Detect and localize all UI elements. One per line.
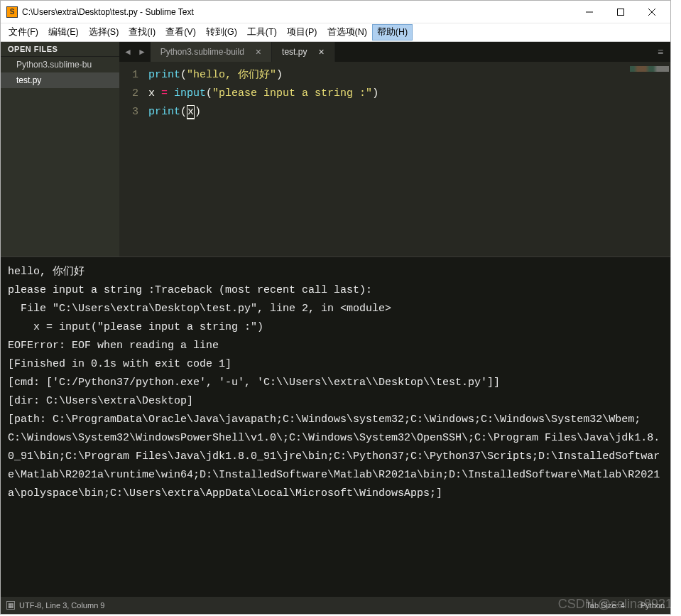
menubar: 文件(F) 编辑(E) 选择(S) 查找(I) 查看(V) 转到(G) 工具(T… — [1, 23, 670, 42]
sidebar: OPEN FILES Python3.sublime-bu test.py — [1, 42, 119, 256]
line-number: 2 — [132, 85, 138, 103]
statusbar: ▦ UTF-8, Line 3, Column 9 Tab Size: 4 Py… — [1, 597, 670, 614]
code-area[interactable]: print("hello, 你们好")x = input("please inp… — [148, 62, 621, 256]
menu-find[interactable]: 查找(I) — [124, 24, 160, 40]
menu-edit[interactable]: 编辑(E) — [43, 24, 84, 40]
maximize-icon — [617, 9, 624, 16]
editor-panel: ◄ ► Python3.sublime-build × test.py × ≡ — [119, 42, 670, 256]
top-panel: OPEN FILES Python3.sublime-bu test.py ◄ … — [1, 42, 670, 256]
code-line: print(x) — [148, 103, 621, 121]
tab-overflow-button[interactable]: ≡ — [650, 42, 670, 62]
tab-test-py[interactable]: test.py × — [272, 42, 335, 62]
status-tabsize[interactable]: Tab Size: 4 — [586, 601, 624, 610]
tab-nav: ◄ ► — [119, 42, 151, 62]
tab-close-icon[interactable]: × — [256, 46, 261, 58]
minimap[interactable] — [621, 62, 670, 256]
build-output-panel[interactable]: hello, 你们好 please input a string :Traceb… — [1, 256, 670, 597]
code-line: print("hello, 你们好") — [148, 66, 621, 85]
tab-build-file[interactable]: Python3.sublime-build × — [151, 42, 272, 62]
sidebar-file-item[interactable]: test.py — [1, 72, 119, 88]
menu-view[interactable]: 查看(V) — [160, 24, 201, 40]
window-buttons — [574, 1, 668, 23]
menu-tools[interactable]: 工具(T) — [242, 24, 282, 40]
line-gutter: 1 2 3 — [119, 62, 148, 256]
line-number: 3 — [132, 103, 138, 121]
code-line: x = input("please input a string :") — [148, 85, 621, 103]
app-icon: S — [6, 6, 18, 18]
minimize-button[interactable] — [574, 1, 605, 23]
svg-rect-1 — [618, 9, 624, 15]
sidebar-header: OPEN FILES — [1, 42, 119, 57]
status-position[interactable]: UTF-8, Line 3, Column 9 — [19, 601, 104, 610]
line-number: 1 — [132, 66, 138, 85]
app-window: S C:\Users\extra\Desktop\test.py - Subli… — [0, 0, 671, 615]
menu-project[interactable]: 项目(P) — [282, 24, 322, 40]
tab-label: test.py — [282, 47, 307, 57]
menu-goto[interactable]: 转到(G) — [201, 24, 242, 40]
titlebar: S C:\Users\extra\Desktop\test.py - Subli… — [1, 1, 670, 23]
tab-close-icon[interactable]: × — [318, 46, 324, 58]
workspace: OPEN FILES Python3.sublime-bu test.py ◄ … — [1, 42, 670, 614]
statusbar-icon[interactable]: ▦ — [6, 601, 15, 610]
minimize-icon — [586, 9, 593, 16]
status-syntax[interactable]: Python — [641, 601, 665, 610]
close-icon — [648, 9, 655, 16]
close-button[interactable] — [636, 1, 668, 23]
menu-help[interactable]: 帮助(H) — [372, 24, 413, 40]
code-editor[interactable]: 1 2 3 print("hello, 你们好")x = input("plea… — [119, 62, 670, 256]
tab-bar: ◄ ► Python3.sublime-build × test.py × ≡ — [119, 42, 670, 62]
minimap-preview — [630, 66, 669, 72]
statusbar-left: ▦ UTF-8, Line 3, Column 9 — [6, 601, 104, 610]
tab-next-icon[interactable]: ► — [138, 47, 146, 57]
tab-label: Python3.sublime-build — [160, 47, 244, 57]
menu-preferences[interactable]: 首选项(N) — [322, 24, 372, 40]
window-title: C:\Users\extra\Desktop\test.py - Sublime… — [22, 7, 574, 17]
sidebar-file-item[interactable]: Python3.sublime-bu — [1, 57, 119, 72]
tab-spacer — [335, 42, 650, 62]
maximize-button[interactable] — [605, 1, 636, 23]
menu-select[interactable]: 选择(S) — [84, 24, 124, 40]
menu-file[interactable]: 文件(F) — [4, 24, 43, 40]
tab-prev-icon[interactable]: ◄ — [124, 47, 132, 57]
